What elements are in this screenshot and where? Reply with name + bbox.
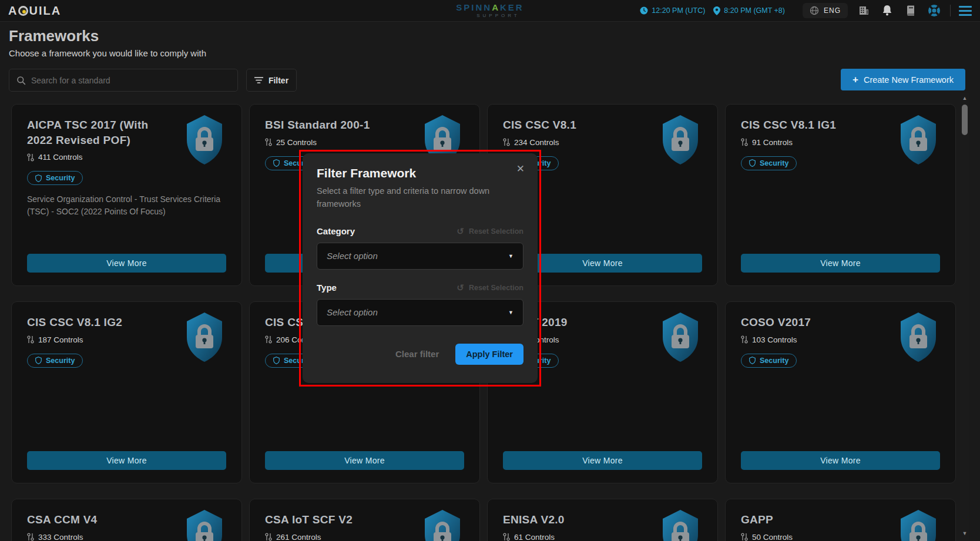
framework-description: Service Organization Control - Trust Ser… (27, 193, 226, 217)
view-more-button[interactable]: View More (265, 451, 464, 470)
controls-count: 50 Controls (752, 533, 793, 541)
controls-count: 187 Controls (38, 335, 83, 344)
shield-lock-icon (897, 311, 940, 363)
framework-title: CIS CSC V8.1 IG2 (27, 315, 177, 330)
local-time: 8:20 PM (GMT +8) (713, 6, 785, 15)
page-subtitle: Choose a framework you would like to com… (9, 48, 206, 58)
framework-title: COSO V2017 (741, 315, 891, 330)
framework-card[interactable]: ENISA V2.0 61 Controls Security View Mor… (487, 499, 718, 541)
globe-icon (810, 6, 819, 15)
category-select[interactable]: Select option ▼ (317, 243, 523, 270)
type-select[interactable]: Select option ▼ (317, 299, 523, 326)
framework-title: CSA IoT SCF V2 (265, 512, 415, 527)
security-tag: Security (741, 156, 797, 170)
language-selector[interactable]: ENG (803, 3, 848, 18)
reset-label: Reset Selection (469, 227, 523, 236)
modal-subtitle: Select a filter type and criteria to nar… (317, 185, 505, 211)
controls-count: 25 Controls (276, 138, 317, 147)
framework-title: GAPP (741, 512, 891, 527)
controls-count: 333 Controls (38, 533, 83, 541)
create-new-framework-button[interactable]: + Create New Framework (841, 69, 965, 90)
security-shield-icon (35, 357, 42, 364)
framework-card[interactable]: AICPA TSC 2017 (With 2022 Revised POF) 4… (11, 104, 242, 286)
search-input[interactable] (31, 76, 230, 85)
security-tag: Security (741, 354, 797, 368)
menu-button[interactable] (959, 6, 972, 16)
reset-label: Reset Selection (469, 284, 523, 292)
security-shield-icon (273, 159, 280, 167)
security-shield-icon (749, 357, 756, 364)
shield-lock-icon (897, 509, 940, 541)
vertical-scrollbar[interactable]: ▲ ▼ (960, 93, 969, 541)
view-more-button[interactable]: View More (27, 254, 226, 273)
view-more-button[interactable]: View More (741, 254, 940, 273)
framework-card[interactable]: CIS CSC V8.1 IG1 91 Controls Security Vi… (725, 104, 956, 286)
scroll-down-icon[interactable]: ▼ (960, 529, 969, 537)
controls-icon (265, 533, 272, 541)
filter-framework-modal: Filter Framework ✕ Select a filter type … (303, 153, 538, 383)
scroll-up-icon[interactable]: ▲ (960, 94, 969, 102)
organization-button[interactable] (856, 3, 871, 18)
notifications-button[interactable] (880, 3, 895, 18)
page-title: Frameworks (9, 27, 99, 45)
category-select-value: Select option (327, 251, 378, 261)
shield-lock-icon (183, 311, 226, 363)
documentation-button[interactable] (903, 3, 918, 18)
logo-letter: A (8, 4, 18, 18)
brand-a-triangle: A (492, 2, 500, 12)
security-tag-label: Security (46, 174, 75, 182)
view-more-button[interactable]: View More (503, 451, 702, 470)
modal-title: Filter Framework (317, 166, 523, 180)
utc-time: 12:20 PM (UTC) (640, 6, 705, 15)
filter-icon (254, 76, 263, 84)
clear-filter-button[interactable]: Clear filter (395, 349, 439, 359)
framework-card[interactable]: COSO V2017 103 Controls Security View Mo… (725, 301, 956, 483)
shield-lock-icon (659, 311, 702, 363)
category-label: Category (317, 226, 355, 236)
controls-count: 61 Controls (514, 533, 555, 541)
controls-icon (741, 138, 748, 146)
chevron-down-icon: ▼ (508, 310, 514, 315)
reset-category-button[interactable]: ↺ Reset Selection (457, 226, 523, 237)
controls-icon (265, 335, 272, 344)
search-bar[interactable] (9, 69, 238, 92)
controls-count: 234 Controls (514, 138, 559, 147)
controls-icon (27, 335, 34, 344)
apply-filter-button[interactable]: Apply Filter (455, 344, 523, 365)
shield-lock-icon (897, 114, 940, 166)
location-pin-icon (713, 6, 720, 15)
security-shield-icon (749, 159, 756, 167)
header-divider (950, 5, 951, 16)
security-tag-label: Security (760, 357, 788, 365)
view-more-button[interactable]: View More (27, 451, 226, 470)
filter-button-label: Filter (269, 76, 288, 85)
controls-icon (741, 533, 748, 541)
controls-count: 103 Controls (752, 335, 797, 344)
top-header: A UILA SPINNAKER SUPPORT 12:20 PM (UTC) … (0, 0, 980, 22)
shield-lock-icon (183, 509, 226, 541)
reset-icon: ↺ (457, 283, 464, 293)
brand-subtext: SUPPORT (456, 13, 523, 18)
close-icon[interactable]: ✕ (516, 164, 525, 174)
controls-count: 91 Controls (752, 138, 793, 147)
help-button[interactable] (927, 3, 942, 18)
controls-count: 261 Controls (276, 533, 321, 541)
help-wheel-icon (927, 4, 941, 18)
scrollbar-thumb[interactable] (962, 105, 968, 135)
plus-icon: + (853, 74, 858, 86)
framework-card[interactable]: CSA IoT SCF V2 261 Controls Security Vie… (249, 499, 480, 541)
menu-icon (959, 6, 972, 8)
framework-card[interactable]: GAPP 50 Controls Security View More (725, 499, 956, 541)
filter-button[interactable]: Filter (246, 69, 297, 92)
framework-title: ENISA V2.0 (503, 512, 653, 527)
framework-title: CIS CSC V8.1 IG1 (741, 117, 891, 133)
reset-type-button[interactable]: ↺ Reset Selection (457, 283, 523, 293)
shield-lock-icon (659, 114, 702, 166)
framework-card[interactable]: CSA CCM V4 333 Controls Security View Mo… (11, 499, 242, 541)
logo-q-eye-icon (18, 6, 28, 16)
framework-card[interactable]: CIS CSC V8.1 IG2 187 Controls Security V… (11, 301, 242, 483)
view-more-button[interactable]: View More (741, 451, 940, 470)
language-code: ENG (824, 6, 841, 15)
chevron-down-icon: ▼ (508, 253, 514, 259)
logo-letters: UILA (29, 4, 61, 18)
